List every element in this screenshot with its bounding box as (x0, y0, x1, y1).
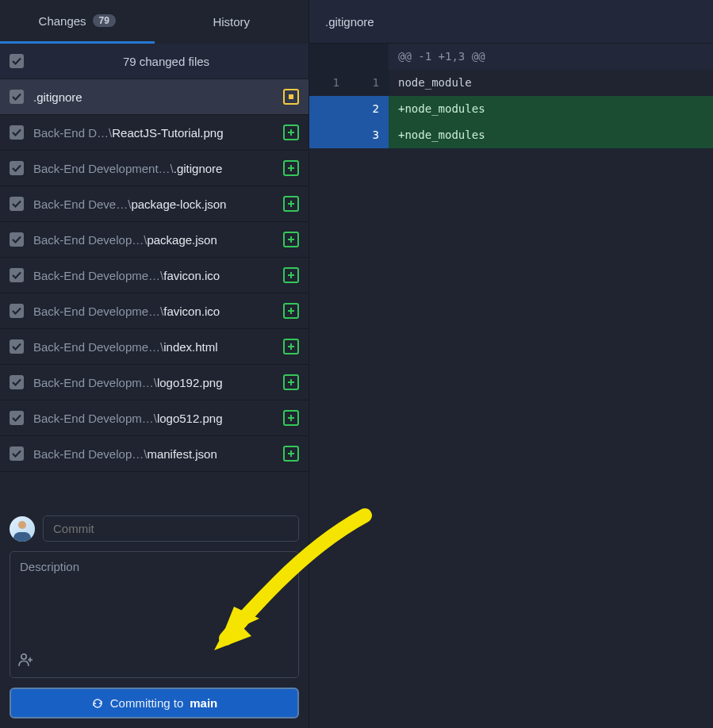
file-row[interactable]: Back-End Deve…\package-lock.json (0, 186, 309, 222)
file-row[interactable]: .gitignore (0, 79, 309, 115)
file-row[interactable]: Back-End Development…\.gitignore (0, 151, 309, 186)
added-status-icon (283, 374, 299, 390)
file-row[interactable]: Back-End Developm…\logo512.png (0, 400, 309, 436)
diff-line-text: node_module (389, 70, 713, 96)
file-path: Back-End Developm…\logo192.png (33, 376, 274, 389)
tab-changes-label: Changes (39, 14, 86, 28)
added-status-icon (283, 125, 299, 140)
file-row[interactable]: Back-End Developme…\favicon.ico (0, 293, 309, 329)
diff-hunk-header: @@ -1 +1,3 @@ (309, 44, 713, 70)
added-status-icon (283, 267, 299, 283)
added-status-icon (283, 160, 299, 176)
file-path: Back-End Deve…\package-lock.json (33, 197, 274, 211)
modified-status-icon (283, 89, 299, 105)
diff-line: 11 node_module (309, 70, 713, 96)
file-checkbox[interactable] (10, 161, 24, 175)
files-header: 79 changed files (0, 44, 309, 79)
description-placeholder: Description (20, 560, 79, 573)
add-coauthor-icon[interactable] (18, 653, 34, 671)
added-status-icon (283, 196, 299, 212)
file-path: Back-End Development…\.gitignore (33, 162, 274, 175)
file-checkbox[interactable] (10, 304, 24, 318)
file-path: Back-End Develop…\manifest.json (33, 447, 274, 461)
tab-changes-badge: 79 (93, 14, 116, 27)
commit-summary-input[interactable] (43, 515, 299, 542)
file-path: Back-End Developme…\favicon.ico (33, 305, 274, 318)
diff-line: 3+node_modules (309, 122, 713, 148)
file-path: Back-End Developm…\logo512.png (33, 412, 274, 425)
file-path: Back-End Develop…\package.json (33, 233, 274, 247)
file-row[interactable]: Back-End Developme…\favicon.ico (0, 258, 309, 293)
file-path: Back-End D…\ReactJS-Tutorial.png (33, 126, 274, 140)
diff-line: 2+node_modules (309, 96, 713, 122)
commit-button-prefix: Committing to (110, 696, 184, 710)
file-row[interactable]: Back-End Developm…\logo192.png (0, 365, 309, 400)
diff-view: @@ -1 +1,3 @@ 11 node_module2+node_modul… (309, 44, 713, 148)
gutter-old (309, 44, 349, 70)
file-checkbox[interactable] (10, 339, 24, 354)
diff-line-text: +node_modules (389, 122, 713, 148)
file-checkbox[interactable] (10, 197, 24, 211)
gutter-old: 1 (309, 70, 349, 96)
diff-line-text: +node_modules (389, 96, 713, 122)
editor-filename: .gitignore (325, 15, 374, 29)
gutter-old (309, 96, 349, 122)
tab-history[interactable]: History (155, 0, 309, 44)
gutter-new: 3 (349, 122, 389, 148)
file-row[interactable]: Back-End D…\ReactJS-Tutorial.png (0, 115, 309, 151)
file-checkbox[interactable] (10, 268, 24, 282)
file-path: .gitignore (33, 90, 274, 104)
sync-icon (91, 697, 104, 710)
file-checkbox[interactable] (10, 446, 24, 461)
added-status-icon (283, 339, 299, 354)
added-status-icon (283, 232, 299, 247)
file-checkbox[interactable] (10, 375, 24, 389)
avatar (10, 516, 35, 542)
file-checkbox[interactable] (10, 90, 24, 104)
file-row[interactable]: Back-End Develop…\manifest.json (0, 436, 309, 472)
check-icon (12, 56, 21, 66)
svg-point-0 (21, 654, 26, 659)
gutter-old (309, 122, 349, 148)
file-path: Back-End Developme…\favicon.ico (33, 269, 274, 282)
changes-sidebar: Changes 79 History 79 changed files .git… (0, 0, 309, 728)
commit-description-input[interactable]: Description (10, 551, 299, 678)
added-status-icon (283, 446, 299, 462)
tab-changes[interactable]: Changes 79 (0, 0, 155, 44)
file-row[interactable]: Back-End Developme…\index.html (0, 329, 309, 365)
file-row[interactable]: Back-End Develop…\package.json (0, 222, 309, 258)
hunk-text: @@ -1 +1,3 @@ (389, 44, 713, 70)
commit-button[interactable]: Committing to main (10, 688, 299, 718)
commit-button-branch: main (190, 696, 217, 710)
file-path: Back-End Developme…\index.html (33, 340, 274, 354)
diff-panel: .gitignore @@ -1 +1,3 @@ 11 node_module2… (309, 0, 713, 728)
file-checkbox[interactable] (10, 125, 24, 140)
file-list[interactable]: .gitignoreBack-End D…\ReactJS-Tutorial.p… (0, 79, 309, 506)
files-header-label: 79 changed files (33, 55, 299, 68)
gutter-new: 2 (349, 96, 389, 122)
file-checkbox[interactable] (10, 232, 24, 247)
added-status-icon (283, 303, 299, 319)
added-status-icon (283, 410, 299, 426)
gutter-new (349, 44, 389, 70)
editor-tab[interactable]: .gitignore (309, 0, 713, 44)
select-all-checkbox[interactable] (10, 54, 24, 68)
tab-history-label: History (213, 15, 250, 29)
commit-form: Description Committing to main (0, 506, 309, 728)
sidebar-tabs: Changes 79 History (0, 0, 309, 44)
file-checkbox[interactable] (10, 411, 24, 425)
gutter-new: 1 (349, 70, 389, 96)
